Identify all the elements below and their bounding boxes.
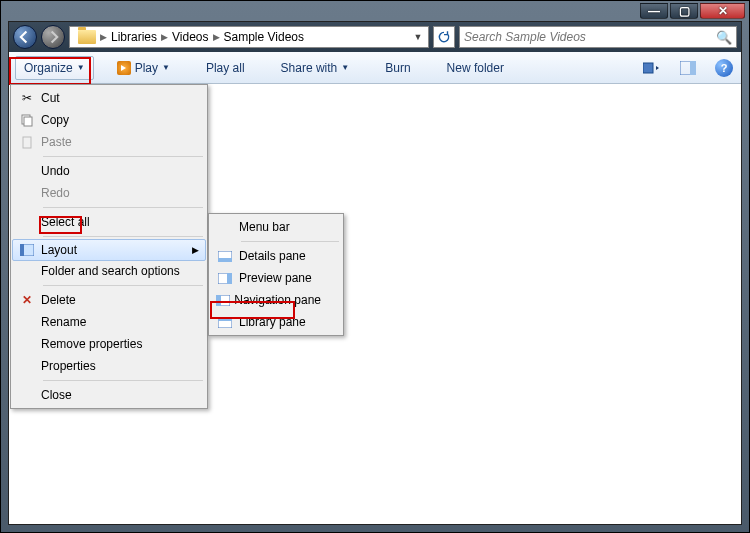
play-all-button[interactable]: Play all [197,56,254,80]
svg-rect-2 [690,61,696,75]
menu-preview-pane[interactable]: Preview pane [211,267,341,289]
menu-delete[interactable]: ✕ Delete [13,289,205,311]
layout-submenu: Menu bar Details pane Preview pane Navig [208,213,344,336]
menu-close[interactable]: Close [13,384,205,406]
share-with-button[interactable]: Share with▼ [272,56,359,80]
svg-rect-15 [218,317,232,321]
menu-redo[interactable]: Redo [13,182,205,204]
explorer-window: — ▢ ✕ ▶ Libraries ▶ Videos ▶ Sample Vide… [0,0,750,533]
menu-paste[interactable]: Paste [13,131,205,153]
burn-button[interactable]: Burn [376,56,419,80]
menu-copy[interactable]: Copy [13,109,205,131]
svg-rect-0 [643,63,653,73]
library-pane-icon [217,314,233,330]
cut-icon: ✂ [19,90,35,106]
delete-icon: ✕ [19,292,35,308]
help-icon: ? [715,59,733,77]
forward-button[interactable] [41,25,65,49]
menu-undo[interactable]: Undo [13,160,205,182]
refresh-icon [437,30,451,44]
svg-rect-5 [23,137,31,148]
chevron-right-icon: ▶ [213,32,220,42]
paste-icon [19,134,35,150]
breadcrumb[interactable]: ▶ Libraries ▶ Videos ▶ Sample Videos ▼ [69,26,429,48]
view-icon [643,61,661,75]
view-button[interactable] [641,57,663,79]
svg-rect-11 [227,273,232,284]
arrow-left-icon [18,30,32,44]
command-bar: Organize▼ Play▼ Play all Share with▼ Bur… [9,52,741,84]
organize-button[interactable]: Organize▼ [15,56,94,80]
navigation-pane-icon [215,292,231,308]
menu-properties[interactable]: Properties [13,355,205,377]
menu-menu-bar[interactable]: Menu bar [211,216,341,238]
layout-icon [19,242,35,258]
menu-remove-properties[interactable]: Remove properties [13,333,205,355]
menu-library-pane[interactable]: Library pane [211,311,341,333]
back-button[interactable] [13,25,37,49]
organize-menu: ✂ Cut Copy Paste Undo Redo [10,84,208,409]
menu-navigation-pane[interactable]: Navigation pane [211,289,341,311]
svg-rect-4 [24,117,32,126]
menu-details-pane[interactable]: Details pane [211,245,341,267]
preview-pane-button[interactable] [677,57,699,79]
details-pane-icon [217,248,233,264]
menu-layout[interactable]: Layout ▶ [12,239,206,261]
refresh-button[interactable] [433,26,455,48]
svg-rect-7 [20,244,24,256]
chevron-down-icon: ▼ [77,63,85,72]
crumb-videos[interactable]: Videos [168,27,212,47]
chevron-down-icon: ▼ [162,63,170,72]
search-input[interactable] [464,30,716,44]
search-box[interactable]: 🔍 [459,26,737,48]
preview-pane-icon [217,270,233,286]
chevron-right-icon: ▶ [161,32,168,42]
folder-icon [78,30,96,44]
copy-icon [19,112,35,128]
menu-select-all[interactable]: Select all [13,211,205,233]
crumb-sample-videos[interactable]: Sample Videos [220,27,309,47]
svg-rect-13 [216,295,221,306]
chevron-down-icon: ▼ [341,63,349,72]
maximize-button[interactable]: ▢ [670,3,698,19]
close-button[interactable]: ✕ [700,3,745,19]
crumb-libraries[interactable]: Libraries [107,27,161,47]
menu-cut[interactable]: ✂ Cut [13,87,205,109]
svg-rect-9 [218,258,232,262]
chevron-right-icon: ▶ [100,32,107,42]
play-icon [117,61,131,75]
arrow-right-icon [46,30,60,44]
help-button[interactable]: ? [713,57,735,79]
breadcrumb-dropdown[interactable]: ▼ [410,32,426,42]
window-titlebar: — ▢ ✕ [1,1,749,21]
menu-rename[interactable]: Rename [13,311,205,333]
menu-folder-options[interactable]: Folder and search options [13,260,205,282]
search-icon: 🔍 [716,30,732,45]
new-folder-button[interactable]: New folder [438,56,513,80]
submenu-arrow-icon: ▶ [192,245,199,255]
minimize-button[interactable]: — [640,3,668,19]
preview-pane-icon [680,61,696,75]
play-button[interactable]: Play▼ [108,56,179,80]
address-bar: ▶ Libraries ▶ Videos ▶ Sample Videos ▼ 🔍 [9,22,741,52]
